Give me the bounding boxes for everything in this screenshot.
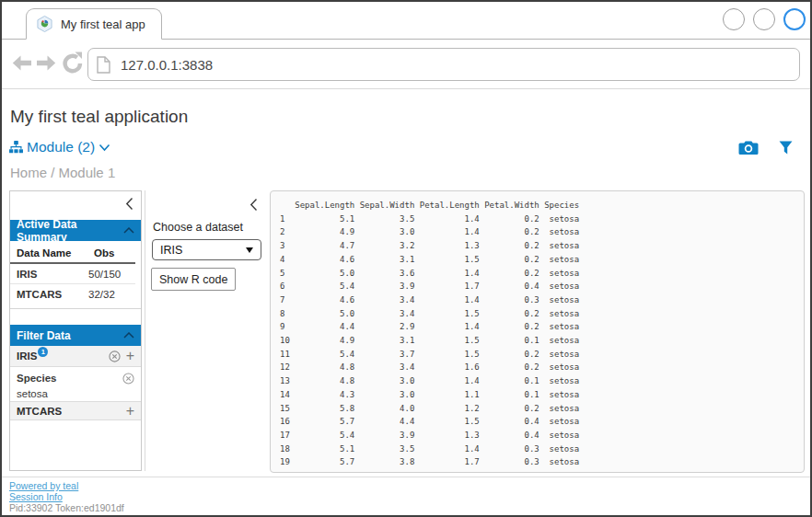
module-output-panel: Sepal.Length Sepal.Width Petal.Length Pe… bbox=[270, 190, 805, 473]
dataset-select-label: Choose a dataset bbox=[153, 221, 243, 234]
filter-mtcars-name: MTCARS bbox=[17, 406, 62, 417]
url-text: 127.0.0.1:3838 bbox=[121, 57, 213, 73]
teal-favicon-icon bbox=[37, 16, 52, 32]
back-icon[interactable] bbox=[12, 55, 32, 75]
chevron-up-icon bbox=[123, 332, 134, 339]
session-info-link[interactable]: Session Info bbox=[9, 491, 63, 502]
chevron-up-icon bbox=[123, 227, 134, 234]
chevron-down-icon bbox=[99, 144, 110, 152]
tab-title: My first teal app bbox=[61, 17, 145, 31]
summary-col-data-name: Data Name bbox=[17, 247, 94, 258]
filter-variable-name: Species bbox=[17, 373, 56, 384]
module-selector[interactable]: Module (2) bbox=[9, 139, 110, 155]
forward-icon[interactable] bbox=[36, 55, 56, 75]
encoding-panel: Choose a dataset IRIS Show R code bbox=[145, 190, 267, 471]
remove-filter-icon[interactable] bbox=[122, 373, 134, 385]
browser-window: My first teal app bbox=[0, 0, 812, 517]
add-filter-iris-icon[interactable]: + bbox=[126, 350, 134, 362]
window-control-circle-active[interactable] bbox=[783, 8, 806, 30]
summary-row-mtcars: MTCARS 32/32 bbox=[10, 284, 135, 304]
window-controls bbox=[723, 8, 806, 30]
summary-col-obs: Obs bbox=[94, 247, 134, 258]
browser-tab[interactable]: My first teal app bbox=[26, 8, 162, 40]
summary-iris-obs: 50/150 bbox=[88, 269, 129, 280]
camera-icon[interactable] bbox=[738, 140, 759, 155]
active-data-summary-title: Active Data Summary bbox=[17, 218, 123, 244]
window-control-circle[interactable] bbox=[723, 8, 745, 30]
page-title: My first teal application bbox=[10, 107, 188, 127]
show-r-code-button[interactable]: Show R code bbox=[151, 268, 236, 291]
active-data-summary-header[interactable]: Active Data Summary bbox=[10, 220, 141, 241]
filter-dataset-iris-row: IRIS 1 + bbox=[10, 346, 141, 367]
filter-variable-row: Species bbox=[10, 367, 141, 385]
breadcrumb: Home / Module 1 bbox=[10, 165, 115, 180]
remove-all-filters-icon[interactable] bbox=[109, 350, 121, 362]
summary-row-iris: IRIS 50/150 bbox=[10, 264, 135, 284]
sitemap-icon bbox=[9, 141, 23, 154]
dataset-select-value: IRIS bbox=[160, 244, 246, 257]
filter-dataset-mtcars-row: MTCARS + bbox=[10, 401, 141, 420]
summary-table-header: Data Name Obs bbox=[10, 243, 135, 264]
window-control-circle[interactable] bbox=[753, 8, 775, 30]
summary-iris-name: IRIS bbox=[17, 269, 88, 280]
refresh-icon[interactable] bbox=[61, 52, 85, 79]
encoding-collapse-icon[interactable] bbox=[249, 198, 258, 215]
dataset-select[interactable]: IRIS bbox=[152, 239, 261, 260]
iris-table-output: Sepal.Length Sepal.Width Petal.Length Pe… bbox=[271, 191, 804, 469]
filter-funnel-icon[interactable] bbox=[779, 141, 793, 155]
footer-divider bbox=[2, 477, 810, 477]
address-bar[interactable]: 127.0.0.1:3838 bbox=[87, 48, 800, 81]
filter-value-row: setosa bbox=[10, 385, 141, 401]
header-action-icons bbox=[738, 140, 793, 155]
add-filter-mtcars-icon[interactable]: + bbox=[126, 406, 134, 417]
filter-value: setosa bbox=[17, 388, 48, 399]
tab-bar: My first teal app bbox=[2, 2, 810, 40]
filter-count-badge: 1 bbox=[38, 347, 48, 357]
filter-sidebar: Active Data Summary Data Name Obs IRIS 5… bbox=[9, 190, 142, 471]
filter-data-header[interactable]: Filter Data bbox=[10, 325, 141, 346]
select-caret-icon bbox=[246, 247, 253, 253]
filter-iris-name: IRIS bbox=[17, 350, 37, 362]
module-selector-label: Module (2) bbox=[27, 139, 95, 155]
active-data-summary-card: Active Data Summary Data Name Obs IRIS 5… bbox=[10, 220, 141, 309]
filter-data-title: Filter Data bbox=[17, 329, 71, 342]
filter-data-card: Filter Data IRIS 1 + Species bbox=[10, 325, 141, 420]
page-icon bbox=[97, 56, 110, 74]
sidebar-collapse-icon[interactable] bbox=[125, 197, 133, 214]
pid-token-text: Pid:33902 Token:ed1901df bbox=[9, 502, 124, 513]
navigation-bar: 127.0.0.1:3838 bbox=[2, 40, 810, 89]
summary-mtcars-name: MTCARS bbox=[17, 289, 88, 300]
summary-mtcars-obs: 32/32 bbox=[88, 289, 129, 300]
powered-by-teal-link[interactable]: Powered by teal bbox=[9, 480, 78, 491]
